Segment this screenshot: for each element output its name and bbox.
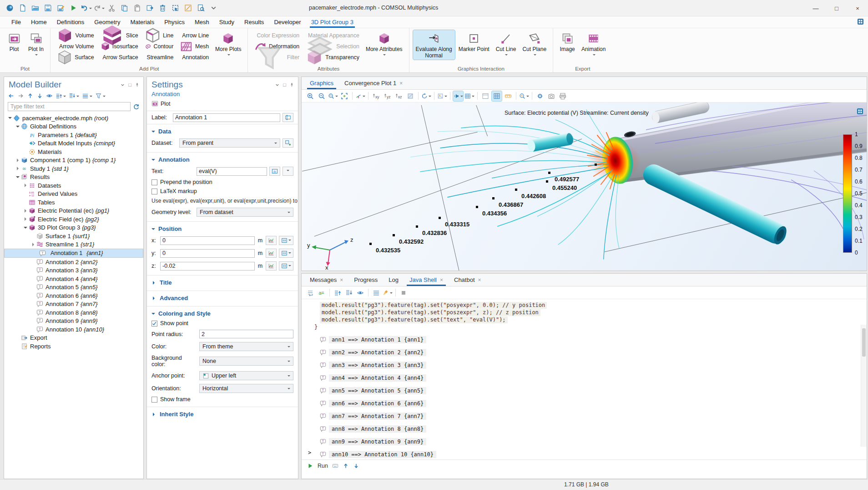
- tree-item-component-1-comp-1[interactable]: Component 1 (comp 1){comp 1}: [4, 156, 143, 165]
- snapshot-icon[interactable]: [546, 91, 556, 101]
- menu-3d-plot-group-3[interactable]: 3D Plot Group 3: [306, 16, 358, 28]
- node-label-icon[interactable]: [82, 92, 92, 99]
- tree-item-annotation-4[interactable]: TAnnotation 4{ann4}: [4, 275, 143, 283]
- line-numbers-icon[interactable]: [371, 288, 381, 298]
- collapse-all-icon[interactable]: [69, 92, 79, 99]
- keyboard-icon[interactable]: [332, 463, 338, 469]
- close-tab-icon[interactable]: ×: [440, 277, 443, 283]
- console-scrollbar[interactable]: [861, 325, 867, 447]
- refresh-icon[interactable]: [133, 103, 140, 110]
- console-tab-java-shell[interactable]: Java Shell×: [404, 274, 449, 286]
- view-default-icon[interactable]: [405, 91, 415, 101]
- menu-mesh[interactable]: Mesh: [190, 16, 214, 28]
- tree-filter-input[interactable]: [8, 102, 131, 111]
- section-inherit-style[interactable]: Inherit Style: [147, 410, 298, 419]
- menu-study[interactable]: Study: [214, 16, 239, 28]
- streamline-button[interactable]: Streamline: [143, 53, 176, 62]
- cut-button[interactable]: [106, 2, 117, 14]
- image-button[interactable]: Image: [557, 30, 578, 53]
- stop-icon[interactable]: [399, 288, 409, 298]
- y-input[interactable]: [160, 249, 255, 258]
- zoom-extents-icon[interactable]: [339, 91, 349, 101]
- move-up-icon[interactable]: [27, 92, 34, 99]
- history-down-icon[interactable]: [353, 463, 359, 469]
- expander-open-icon[interactable]: [7, 115, 13, 121]
- delete-button[interactable]: [156, 2, 168, 14]
- tree-item-default-model-inputs[interactable]: Default Model Inputs{cminpt}: [4, 139, 143, 148]
- console-tab-chatbot[interactable]: Chatbot×: [449, 274, 487, 286]
- cut-plane-button[interactable]: Cut Plane: [520, 30, 549, 58]
- back-icon[interactable]: [8, 92, 15, 99]
- customize-toolbar-button[interactable]: [207, 2, 219, 14]
- tree-item-annotation-7[interactable]: TAnnotation 7{ann7}: [4, 300, 143, 309]
- menu-materials[interactable]: Materials: [125, 16, 159, 28]
- panel-pin-icon[interactable]: [135, 82, 140, 87]
- new-file-button[interactable]: [16, 2, 28, 14]
- filter-tree-icon[interactable]: [95, 92, 106, 99]
- panel-menu-icon[interactable]: [120, 82, 125, 87]
- probe-icon[interactable]: [519, 91, 529, 101]
- animation-button[interactable]: Animation: [579, 30, 608, 58]
- rotate-icon[interactable]: [421, 91, 431, 101]
- tree-item-parameters-1[interactable]: PiParameters 1{default}: [4, 131, 143, 139]
- annotation-text-input[interactable]: [197, 167, 267, 176]
- go-to-view-icon[interactable]: [355, 91, 365, 101]
- cut-line-button[interactable]: Cut Line: [493, 30, 519, 58]
- menu-definitions[interactable]: Definitions: [52, 16, 90, 28]
- close-tab-icon[interactable]: ×: [340, 277, 343, 283]
- menu-developer[interactable]: Developer: [269, 16, 306, 28]
- graphics-tab-graphics[interactable]: Graphics: [304, 77, 339, 89]
- dataset-select[interactable]: From parent: [179, 138, 280, 148]
- zoom-in-icon[interactable]: [305, 91, 315, 101]
- expander-closed-icon[interactable]: [30, 243, 36, 246]
- clear-icon[interactable]: [383, 288, 393, 298]
- settings-plot-button[interactable]: Plot: [161, 101, 171, 107]
- plot-windows-icon[interactable]: [480, 91, 490, 101]
- tree-item-3d-plot-group-3[interactable]: 3D Plot Group 3{pg3}: [4, 224, 143, 232]
- section-annotation[interactable]: Annotation: [147, 155, 298, 165]
- panel-float-icon[interactable]: □: [283, 82, 286, 87]
- undo-button[interactable]: [80, 2, 92, 14]
- expander-closed-icon[interactable]: [15, 167, 20, 170]
- tree-item-annotation-2[interactable]: TAnnotation 2{ann2}: [4, 258, 143, 266]
- tree-item-annotation-5[interactable]: TAnnotation 5{ann5}: [4, 283, 143, 292]
- select-box-button[interactable]: [169, 2, 181, 14]
- tree-item-annotation-8[interactable]: TAnnotation 8{ann8}: [4, 308, 143, 317]
- open-file-button[interactable]: [29, 2, 41, 14]
- isosurface-button[interactable]: Isosurface: [99, 42, 140, 51]
- arrow-line-button[interactable]: Arrow Line: [178, 31, 211, 40]
- duplicate-button[interactable]: [144, 2, 156, 14]
- tree-item-datasets[interactable]: Datasets: [4, 181, 143, 190]
- console-tab-log[interactable]: Log: [383, 274, 404, 286]
- z-input[interactable]: [160, 262, 255, 271]
- label-input[interactable]: [173, 113, 280, 122]
- section-position[interactable]: Position: [147, 225, 298, 234]
- print-icon[interactable]: [558, 91, 568, 101]
- console-tab-progress[interactable]: Progress: [348, 274, 383, 286]
- show-icon[interactable]: [46, 92, 53, 99]
- z-plot-button[interactable]: [266, 261, 277, 271]
- tree-item-electric-potential-ec[interactable]: Electric Potential (ec){pg1}: [4, 207, 143, 215]
- y-range-button[interactable]: [279, 249, 293, 258]
- zoom-box-icon[interactable]: [328, 91, 338, 101]
- show-axes-icon[interactable]: [503, 91, 513, 101]
- show-frame-checkbox[interactable]: [151, 397, 157, 403]
- x-plot-button[interactable]: [266, 236, 277, 245]
- panel-float-icon[interactable]: □: [128, 82, 131, 87]
- tree-item-global-definitions[interactable]: Global Definitions: [4, 122, 143, 131]
- tree-item-annotation-3[interactable]: TAnnotation 3{ann3}: [4, 266, 143, 275]
- tree-item-pacemaker-electrode-mph[interactable]: pacemaker_electrode.mph(root): [4, 114, 143, 122]
- menu-physics[interactable]: Physics: [159, 16, 190, 28]
- graphics-canvas[interactable]: Surface: Electric potential (V) Streamli…: [302, 102, 867, 271]
- volume-button[interactable]: Volume: [55, 31, 96, 40]
- zoom-out-icon[interactable]: [317, 91, 327, 101]
- edit-dataset-button[interactable]: [283, 138, 293, 148]
- geometry-level-select[interactable]: From dataset: [197, 208, 293, 217]
- move-down-icon[interactable]: [36, 92, 43, 99]
- line-button[interactable]: Line: [143, 31, 176, 40]
- table-surface-icon[interactable]: [464, 91, 474, 101]
- expander-open-icon[interactable]: [15, 174, 20, 180]
- more-attributes-button[interactable]: More Attributes: [363, 30, 405, 58]
- z-range-button[interactable]: [279, 261, 293, 271]
- console-tab-messages[interactable]: Messages×: [304, 274, 348, 286]
